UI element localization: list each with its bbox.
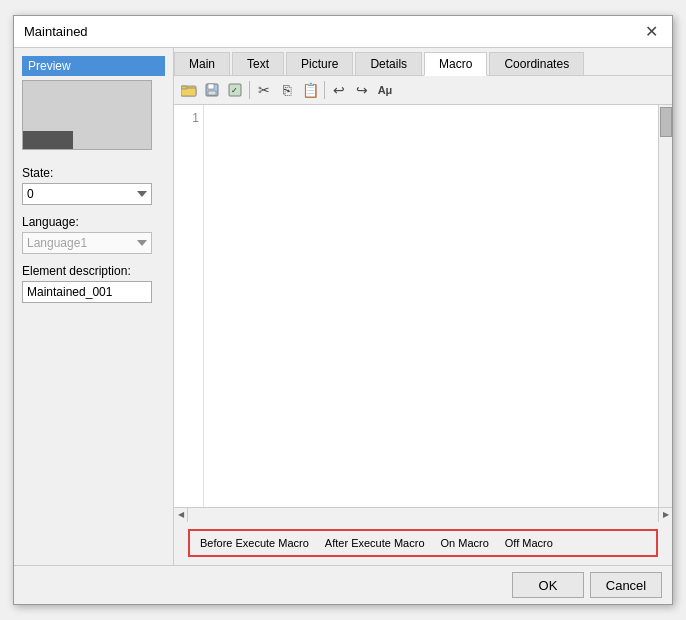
svg-rect-5 (208, 91, 216, 95)
paste-button[interactable]: 📋 (299, 79, 321, 101)
state-label: State: (22, 166, 165, 180)
vertical-scrollbar[interactable] (658, 105, 672, 507)
editor-toolbar: ✓ ✂ ⎘ 📋 ↩ ↪ Aμ (174, 76, 672, 105)
copy-button[interactable]: ⎘ (276, 79, 298, 101)
tab-macro[interactable]: Macro (424, 52, 487, 76)
right-panel: Main Text Picture Details Macro Coordina… (174, 48, 672, 565)
main-dialog: Maintained ✕ Preview State: 0 Language: … (13, 15, 673, 605)
dialog-body: Preview State: 0 Language: Language1 Ele… (14, 48, 672, 565)
scroll-left-arrow[interactable]: ◀ (174, 508, 188, 522)
horizontal-scrollbar[interactable]: ◀ ▶ (174, 507, 672, 521)
ok-button[interactable]: OK (512, 572, 584, 598)
language-select[interactable]: Language1 (22, 232, 152, 254)
titlebar: Maintained ✕ (14, 16, 672, 48)
dialog-footer: OK Cancel (14, 565, 672, 604)
after-execute-macro-btn[interactable]: After Execute Macro (317, 535, 433, 551)
line-numbers: 1 (174, 105, 204, 507)
scroll-right-arrow[interactable]: ▶ (658, 508, 672, 522)
svg-rect-2 (181, 86, 187, 89)
tab-picture[interactable]: Picture (286, 52, 353, 75)
cut-button[interactable]: ✂ (253, 79, 275, 101)
open-folder-button[interactable] (178, 79, 200, 101)
preview-image (22, 80, 152, 150)
element-description-label: Element description: (22, 264, 165, 278)
svg-rect-4 (208, 84, 214, 89)
on-macro-btn[interactable]: On Macro (433, 535, 497, 551)
separator-2 (324, 81, 325, 99)
before-execute-macro-btn[interactable]: Before Execute Macro (198, 535, 317, 551)
state-select[interactable]: 0 (22, 183, 152, 205)
undo-button[interactable]: ↩ (328, 79, 350, 101)
language-field-group: Language: Language1 (22, 215, 165, 254)
off-macro-btn[interactable]: Off Macro (497, 535, 561, 551)
compile-button[interactable]: ✓ (224, 79, 246, 101)
tab-coordinates[interactable]: Coordinates (489, 52, 584, 75)
line-number: 1 (178, 109, 199, 128)
tab-details[interactable]: Details (355, 52, 422, 75)
close-button[interactable]: ✕ (641, 24, 662, 40)
dialog-title: Maintained (24, 24, 88, 39)
save-button[interactable] (201, 79, 223, 101)
scrollbar-thumb[interactable] (660, 107, 672, 137)
tab-text[interactable]: Text (232, 52, 284, 75)
state-field-group: State: 0 (22, 166, 165, 205)
redo-button[interactable]: ↪ (351, 79, 373, 101)
element-description-input[interactable] (22, 281, 152, 303)
scrollbar-track (188, 508, 658, 521)
language-label: Language: (22, 215, 165, 229)
preview-section: Preview (22, 56, 165, 156)
cancel-button[interactable]: Cancel (590, 572, 662, 598)
svg-text:✓: ✓ (231, 86, 238, 95)
macro-buttons-area: Before Execute Macro After Execute Macro… (188, 529, 658, 557)
tab-main[interactable]: Main (174, 52, 230, 75)
separator-1 (249, 81, 250, 99)
preview-label: Preview (22, 56, 165, 76)
editor-area: 1 (174, 105, 672, 507)
code-editor[interactable] (204, 105, 658, 507)
find-button[interactable]: Aμ (374, 79, 396, 101)
element-description-field-group: Element description: (22, 264, 165, 303)
left-panel: Preview State: 0 Language: Language1 Ele… (14, 48, 174, 565)
macro-buttons-container: Before Execute Macro After Execute Macro… (174, 521, 672, 565)
tabs-bar: Main Text Picture Details Macro Coordina… (174, 48, 672, 76)
